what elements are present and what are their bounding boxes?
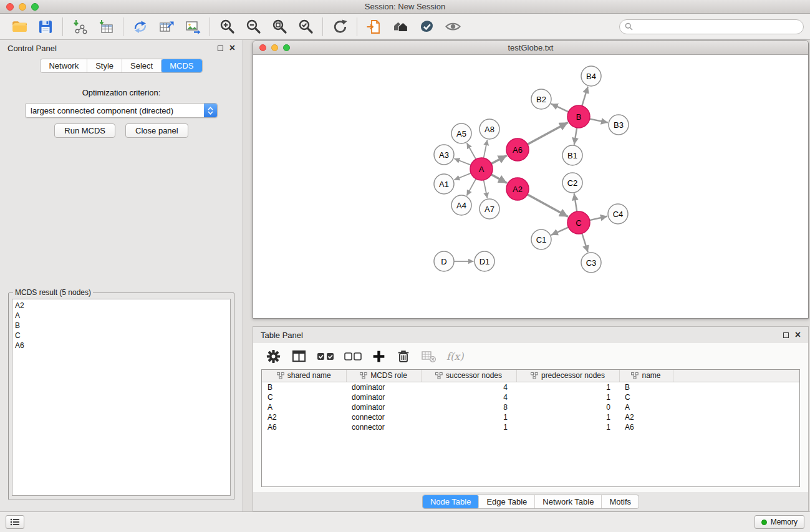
table-settings-button[interactable] bbox=[266, 349, 281, 364]
column-header[interactable]: MCDS role bbox=[346, 370, 421, 382]
zoom-network-window-button[interactable] bbox=[283, 44, 290, 51]
tab-select[interactable]: Select bbox=[122, 59, 162, 72]
close-network-window-button[interactable] bbox=[259, 44, 266, 51]
graph-edge[interactable] bbox=[466, 179, 476, 196]
mcds-result-item[interactable]: A2 bbox=[15, 301, 228, 311]
table-row[interactable]: A2connector11A2 bbox=[262, 412, 799, 422]
table-row[interactable]: Bdominator41B bbox=[262, 382, 799, 392]
network-window-title: testGlobe.txt bbox=[253, 43, 808, 52]
table-row[interactable]: A6connector11A6 bbox=[262, 422, 799, 432]
criterion-value: largest connected component (directed) bbox=[26, 106, 204, 115]
tab-style[interactable]: Style bbox=[87, 59, 122, 72]
table-row[interactable]: Cdominator41C bbox=[262, 392, 799, 402]
show-columns-button[interactable] bbox=[291, 349, 307, 364]
create-column-button[interactable] bbox=[372, 349, 386, 364]
graph-edge[interactable] bbox=[491, 175, 507, 183]
float-table-panel-icon[interactable] bbox=[783, 332, 789, 338]
deselect-all-rows-button[interactable] bbox=[344, 349, 362, 364]
graph-edge[interactable] bbox=[491, 155, 507, 163]
mcds-result-item[interactable]: A bbox=[15, 311, 228, 321]
document-arrow-icon bbox=[366, 19, 382, 35]
minimize-window-button[interactable] bbox=[19, 3, 26, 11]
import-network-button[interactable] bbox=[67, 16, 93, 38]
float-panel-icon[interactable] bbox=[218, 46, 223, 51]
graph-edge[interactable] bbox=[590, 119, 608, 123]
tab-network[interactable]: Network bbox=[41, 59, 87, 72]
mcds-result-list[interactable]: A2ABCA6 bbox=[12, 299, 231, 496]
task-history-button[interactable] bbox=[6, 515, 24, 529]
graph-node-label: A2 bbox=[513, 185, 523, 194]
graph-edge[interactable] bbox=[484, 180, 488, 198]
graph-edge[interactable] bbox=[528, 122, 568, 144]
close-panel-icon[interactable]: × bbox=[229, 43, 235, 53]
mcds-result-title: MCDS result (5 nodes) bbox=[13, 288, 93, 297]
graph-edge[interactable] bbox=[551, 104, 569, 112]
open-session-button[interactable] bbox=[6, 16, 32, 38]
export-image-button[interactable] bbox=[180, 16, 206, 38]
run-mcds-button[interactable]: Run MCDS bbox=[54, 123, 115, 138]
graph-node-label: A7 bbox=[485, 205, 494, 214]
close-table-panel-icon[interactable]: × bbox=[795, 330, 801, 340]
table-row[interactable]: Adominator80A bbox=[262, 402, 799, 412]
import-table-icon bbox=[98, 19, 114, 35]
tab-network-table[interactable]: Network Table bbox=[535, 495, 602, 508]
graph-edge[interactable] bbox=[574, 193, 577, 211]
zoom-fit-button[interactable] bbox=[266, 16, 292, 38]
search-input[interactable] bbox=[636, 22, 798, 31]
function-builder-button[interactable]: f(x) bbox=[446, 351, 463, 362]
graphics-details-button[interactable] bbox=[440, 16, 466, 38]
browser-home-button[interactable] bbox=[387, 16, 413, 38]
unchecked-boxes-icon bbox=[344, 349, 362, 364]
criterion-dropdown[interactable]: largest connected component (directed) bbox=[25, 103, 218, 118]
apply-layout-button[interactable] bbox=[327, 16, 353, 38]
column-header[interactable]: shared name bbox=[262, 370, 346, 382]
tab-motifs[interactable]: Motifs bbox=[602, 495, 639, 508]
import-table-button[interactable] bbox=[93, 16, 119, 38]
main-toolbar bbox=[0, 14, 810, 40]
curated-pathways-button[interactable] bbox=[361, 16, 387, 38]
zoom-in-button[interactable] bbox=[214, 16, 240, 38]
graph-edge[interactable] bbox=[454, 173, 471, 180]
network-window-titlebar[interactable]: testGlobe.txt bbox=[253, 41, 808, 55]
graph-edge[interactable] bbox=[467, 143, 476, 159]
delete-column-button[interactable] bbox=[396, 349, 411, 364]
graph-node-label: A bbox=[479, 165, 485, 174]
refresh-icon bbox=[332, 18, 349, 35]
tab-mcds[interactable]: MCDS bbox=[162, 59, 201, 72]
select-all-rows-button[interactable] bbox=[317, 349, 334, 364]
graph-edge[interactable] bbox=[590, 216, 607, 220]
close-window-button[interactable] bbox=[6, 3, 14, 11]
graph-edge[interactable] bbox=[574, 128, 577, 145]
network-graph[interactable]: AA6A2BCA1A3A4A5A7A8B1B2B3B4C1C2C3C4DD1 bbox=[253, 55, 808, 318]
zoom-window-button[interactable] bbox=[31, 3, 39, 11]
export-network-button[interactable] bbox=[127, 16, 153, 38]
graph-node-label: A1 bbox=[439, 180, 449, 189]
graph-edge[interactable] bbox=[582, 87, 588, 106]
minimize-network-window-button[interactable] bbox=[271, 44, 278, 51]
zoom-selected-button[interactable] bbox=[292, 16, 319, 38]
graph-edge[interactable] bbox=[454, 158, 471, 165]
close-panel-button[interactable]: Close panel bbox=[125, 123, 188, 138]
mcds-result-item[interactable]: C bbox=[15, 331, 228, 341]
graph-node-label: C2 bbox=[567, 178, 578, 188]
graph-edge[interactable] bbox=[528, 195, 568, 217]
column-header[interactable]: successor nodes bbox=[421, 370, 516, 382]
export-table-button[interactable] bbox=[153, 16, 180, 38]
graph-edge[interactable] bbox=[582, 233, 587, 252]
save-session-button[interactable] bbox=[32, 16, 59, 38]
memory-button[interactable]: Memory bbox=[755, 515, 804, 529]
memory-label: Memory bbox=[771, 518, 798, 526]
column-header[interactable]: predecessor nodes bbox=[516, 370, 619, 382]
tab-node-table[interactable]: Node Table bbox=[423, 495, 480, 508]
network-canvas[interactable]: AA6A2BCA1A3A4A5A7A8B1B2B3B4C1C2C3C4DD1 bbox=[253, 55, 808, 318]
mcds-result-item[interactable]: B bbox=[15, 321, 228, 331]
column-header[interactable]: name bbox=[619, 370, 673, 382]
mcds-result-item[interactable]: A6 bbox=[15, 341, 228, 351]
zoom-out-button[interactable] bbox=[240, 16, 266, 38]
control-panel-tabs: Network Style Select MCDS bbox=[40, 59, 202, 73]
graph-edge[interactable] bbox=[484, 140, 488, 158]
graph-edge[interactable] bbox=[551, 227, 569, 235]
tab-edge-table[interactable]: Edge Table bbox=[479, 495, 535, 508]
apply-style-button[interactable] bbox=[413, 16, 440, 38]
delete-table-button[interactable] bbox=[421, 349, 436, 364]
